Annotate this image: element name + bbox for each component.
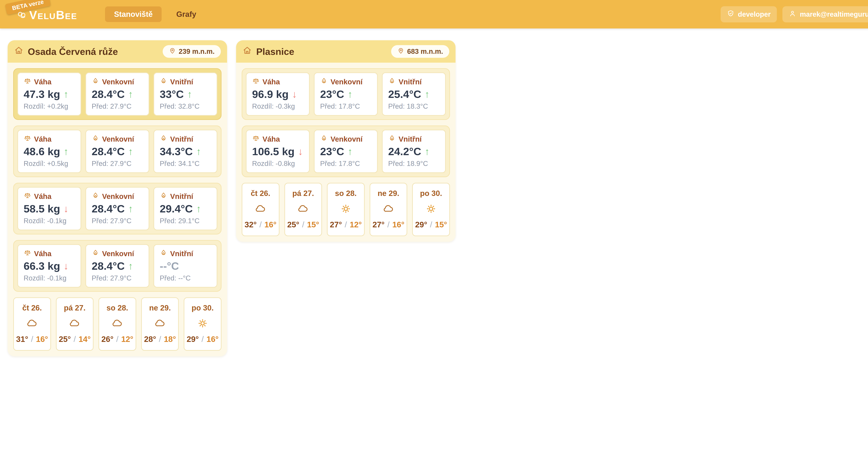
station-body: Váha 96.9 kg↓ Rozdíl: -0.3kg Venkovní 23… bbox=[236, 63, 456, 242]
outdoor-temp-tile: Venkovní 23°C↑ Před: 17.8°C bbox=[314, 72, 378, 116]
weight-diff: Rozdíl: -0.1kg bbox=[24, 274, 75, 282]
forecast-high: 27° bbox=[330, 220, 342, 229]
station-title: Plasnice bbox=[242, 45, 294, 57]
outdoor-temp-value: 23°C bbox=[320, 88, 344, 100]
forecast-high: 26° bbox=[101, 334, 114, 344]
flame-icon bbox=[320, 134, 328, 144]
station-card: Osada Červená růže 239 m.n.m. Váha 47.3 … bbox=[8, 40, 227, 356]
altitude-badge: 239 m.n.m. bbox=[163, 45, 221, 58]
forecast-low: 12° bbox=[350, 220, 362, 229]
indoor-temp-prev: Před: 32.8°C bbox=[160, 102, 211, 110]
outdoor-temp-prev: Před: 27.9°C bbox=[92, 217, 143, 225]
developer-badge-label: developer bbox=[738, 10, 771, 18]
forecast-row: čt 26. 32°/16° pá 27. 25°/15° so 28. 27°… bbox=[242, 183, 450, 236]
weight-diff: Rozdíl: -0.3kg bbox=[252, 102, 304, 110]
indoor-temp-value: 34.3°C bbox=[160, 145, 193, 158]
trend-arrow-icon: ↓ bbox=[64, 261, 68, 271]
developer-badge[interactable]: developer bbox=[721, 6, 777, 22]
trend-arrow-icon: ↑ bbox=[196, 204, 201, 214]
indoor-temp-value: 29.4°C bbox=[160, 203, 193, 215]
forecast-tile: pá 27. 25°/14° bbox=[56, 297, 94, 351]
forecast-row: čt 26. 31°/16° pá 27. 25°/14° so 28. 26°… bbox=[13, 297, 221, 351]
forecast-day: ne 29. bbox=[149, 304, 171, 312]
weight-tile: Váha 48.6 kg↑ Rozdíl: +0.5kg bbox=[18, 130, 81, 173]
outdoor-temp-value: 28.4°C bbox=[92, 260, 125, 272]
forecast-tile: so 28. 26°/12° bbox=[98, 297, 136, 351]
indoor-temp-tile: Vnitřní --°C Před: --°C bbox=[153, 244, 217, 287]
hive-row[interactable]: Váha 58.5 kg↓ Rozdíl: -0.1kg Venkovní 28… bbox=[13, 183, 221, 235]
outdoor-temp-prev: Před: 17.8°C bbox=[320, 160, 372, 167]
weight-value: 66.3 kg bbox=[24, 260, 60, 272]
forecast-low: 16° bbox=[392, 220, 404, 229]
cloud-icon bbox=[111, 317, 124, 329]
forecast-day: čt 26. bbox=[22, 304, 42, 312]
outdoor-temp-tile: Venkovní 28.4°C↑ Před: 27.9°C bbox=[85, 244, 149, 287]
weight-value: 96.9 kg bbox=[252, 88, 288, 100]
app: BETA verze VeluBee Stanoviště Grafy deve… bbox=[0, 0, 868, 462]
user-account-badge[interactable]: marek@realtimeguru.cz bbox=[782, 6, 868, 22]
station-name: Plasnice bbox=[256, 46, 294, 57]
altitude-value: 239 m.n.m. bbox=[179, 48, 215, 55]
shield-check-icon bbox=[727, 10, 735, 19]
hive-row[interactable]: Váha 48.6 kg↑ Rozdíl: +0.5kg Venkovní 28… bbox=[13, 125, 221, 177]
flame-icon bbox=[92, 192, 99, 201]
hive-row[interactable]: Váha 96.9 kg↓ Rozdíl: -0.3kg Venkovní 23… bbox=[242, 68, 450, 120]
station-header: Osada Červená růže 239 m.n.m. bbox=[8, 40, 227, 63]
outdoor-temp-prev: Před: 27.9°C bbox=[92, 274, 143, 282]
tab-grafy[interactable]: Grafy bbox=[167, 6, 205, 22]
trend-arrow-icon: ↑ bbox=[128, 261, 133, 271]
forecast-day: so 28. bbox=[335, 189, 357, 198]
scale-icon bbox=[252, 134, 260, 144]
outdoor-temp-tile: Venkovní 28.4°C↑ Před: 27.9°C bbox=[85, 130, 149, 173]
user-email: marek@realtimeguru.cz bbox=[800, 10, 868, 18]
trend-arrow-icon: ↑ bbox=[64, 89, 68, 99]
metric-label: Váha bbox=[262, 78, 280, 86]
outdoor-temp-prev: Před: 27.9°C bbox=[92, 102, 143, 110]
hive-row[interactable]: Váha 106.5 kg↓ Rozdíl: -0.8kg Venkovní 2… bbox=[242, 125, 450, 177]
scale-icon bbox=[24, 77, 31, 87]
station-title: Osada Červená růže bbox=[14, 45, 118, 57]
metric-label: Vnitřní bbox=[399, 78, 422, 86]
forecast-high: 28° bbox=[144, 334, 156, 344]
hive-row[interactable]: Váha 47.3 kg↑ Rozdíl: +0.2kg Venkovní 28… bbox=[13, 68, 221, 120]
trend-arrow-icon: ↑ bbox=[187, 89, 192, 99]
trend-arrow-icon: ↑ bbox=[348, 89, 352, 99]
home-icon bbox=[242, 45, 252, 57]
weight-diff: Rozdíl: +0.2kg bbox=[24, 102, 75, 110]
station-header: Plasnice 683 m.n.m. bbox=[236, 40, 456, 63]
navbar-right: developer marek@realtimeguru.cz bbox=[721, 6, 868, 23]
forecast-low: 18° bbox=[164, 334, 176, 344]
tab-stanoviste[interactable]: Stanoviště bbox=[105, 6, 162, 22]
indoor-temp-tile: Vnitřní 34.3°C↑ Před: 34.1°C bbox=[153, 130, 217, 173]
metric-label: Venkovní bbox=[102, 192, 134, 201]
outdoor-temp-tile: Venkovní 28.4°C↑ Před: 27.9°C bbox=[85, 72, 149, 116]
indoor-temp-prev: Před: 18.9°C bbox=[388, 160, 439, 167]
metric-label: Venkovní bbox=[331, 135, 363, 143]
outdoor-temp-value: 28.4°C bbox=[92, 203, 125, 215]
metric-label: Váha bbox=[34, 192, 51, 201]
metric-label: Váha bbox=[34, 78, 51, 86]
brand-name: VeluBee bbox=[29, 9, 77, 21]
flame-icon bbox=[388, 77, 396, 87]
metric-label: Venkovní bbox=[102, 78, 134, 86]
hive-row[interactable]: Váha 66.3 kg↓ Rozdíl: -0.1kg Venkovní 28… bbox=[13, 240, 221, 292]
indoor-temp-tile: Vnitřní 25.4°C↑ Před: 18.3°C bbox=[382, 72, 446, 116]
outdoor-temp-prev: Před: 27.9°C bbox=[92, 160, 143, 167]
metric-label: Váha bbox=[34, 135, 51, 143]
metric-label: Vnitřní bbox=[170, 192, 193, 201]
indoor-temp-tile: Vnitřní 29.4°C↑ Před: 29.1°C bbox=[153, 187, 217, 230]
brand-logo[interactable]: BETA verze VeluBee bbox=[17, 6, 77, 22]
forecast-low: 16° bbox=[36, 334, 48, 344]
scale-icon bbox=[24, 249, 31, 258]
flame-icon bbox=[160, 249, 167, 258]
forecast-high: 27° bbox=[373, 220, 385, 229]
outdoor-temp-value: 23°C bbox=[320, 145, 344, 158]
sun-icon bbox=[339, 203, 352, 215]
metric-label: Vnitřní bbox=[170, 135, 193, 143]
indoor-temp-value: 24.2°C bbox=[388, 145, 421, 158]
forecast-low: 16° bbox=[265, 220, 277, 229]
outdoor-temp-tile: Venkovní 23°C↑ Před: 17.8°C bbox=[314, 130, 378, 173]
forecast-tile: so 28. 27°/12° bbox=[327, 183, 365, 236]
weight-diff: Rozdíl: +0.5kg bbox=[24, 160, 75, 167]
forecast-day: ne 29. bbox=[378, 189, 399, 198]
